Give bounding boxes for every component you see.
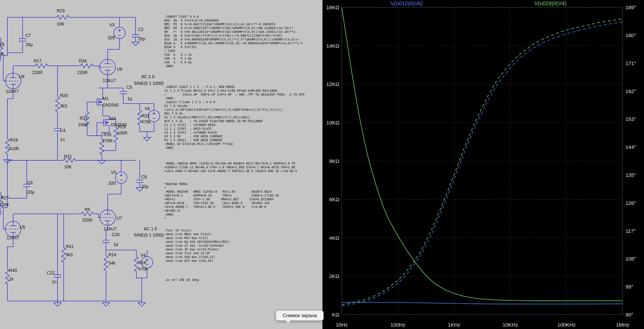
tube-U7-12AU7[interactable] (100, 210, 116, 225)
component-label: C4 (60, 128, 66, 133)
resistor-R13[interactable] (0, 38, 3, 61)
component-label: 470k (141, 120, 151, 124)
component-label: C6 (27, 180, 33, 185)
x-tick-label: 1KHz (448, 322, 460, 328)
component-label: R26 (104, 132, 111, 137)
tooltip-text: Снимок экрана (283, 313, 317, 318)
component-label: M4 (110, 116, 116, 121)
mosfet-M1-DN2540[interactable] (94, 95, 103, 109)
component-label: R27 (1, 196, 9, 200)
component-label: 20µ (27, 190, 34, 194)
component-label: AC 1 0 (141, 74, 154, 79)
netlist-block: *DN2540 MODEL * .MODEL DN2540 NMOS (LEVE… (164, 182, 279, 220)
y-right-tick-label: 189° (626, 5, 636, 10)
component-label: 220R (77, 70, 88, 75)
component-label: 320 (108, 35, 115, 40)
y-right-tick-label: 135° (626, 172, 636, 178)
component-label: M1 (103, 96, 109, 101)
netlist-block: .four 1k V(out) .meas tran MOut max V(ou… (164, 228, 230, 263)
y-right-tick-label: 117° (626, 228, 636, 234)
schematic-panel[interactable]: R2310KC720µR13150KU812AX7R17220RR34220RU… (0, 0, 322, 329)
x-tick-label: 100Hz (390, 322, 405, 328)
component-label: 220R (82, 218, 92, 222)
component-label: C22 (47, 271, 54, 275)
trace-magnitude-V(n012)/I(V6) (342, 302, 622, 304)
component-label: 1µ (113, 242, 118, 246)
component-label: 1k (9, 277, 14, 281)
capacitor-C5[interactable] (120, 88, 127, 97)
component-label: R21 (64, 154, 72, 159)
resistor-R23[interactable] (54, 15, 72, 19)
component-label: 1n (60, 137, 64, 142)
component-label: 100R (78, 122, 88, 127)
component-label: SINE(0 1 1000) (134, 81, 164, 86)
component-label: 20µ (141, 184, 149, 189)
y-right-tick-label: 144° (626, 144, 636, 150)
source-V3[interactable] (114, 27, 125, 39)
plot-axis-labels: 16KΩ14KΩ12KΩ10KΩ8KΩ6KΩ4KΩ2KΩKΩ189°180°17… (326, 5, 636, 328)
resistor-R5[interactable] (78, 212, 97, 216)
ground-symbol (143, 136, 151, 141)
netlist-block: .MODEL LND150 NMOS (LEVEL=3 RS=150.00 NS… (164, 162, 297, 173)
component-label: R23 (56, 9, 64, 13)
component-label: 1n (52, 279, 56, 284)
y-right-tick-label: 153° (626, 116, 636, 122)
x-tick-label: 10Hz (336, 322, 348, 328)
waveform-panel[interactable]: 16KΩ14KΩ12KΩ10KΩ8KΩ6KΩ4KΩ2KΩKΩ189°180°17… (322, 0, 644, 329)
netlist-block: .SUBCKT 12AX7 A G K BGG GG 0 V=V(G,K)+0.… (164, 15, 302, 68)
component-label: R40 (9, 268, 17, 273)
capacitor-C7[interactable] (19, 35, 26, 44)
y-left-tick-label: 14KΩ (326, 43, 339, 49)
component-label: 150K (0, 52, 4, 57)
resistor-R16[interactable] (134, 252, 138, 275)
ground-symbol (138, 301, 145, 306)
resistor-R14[interactable] (104, 252, 108, 275)
trace-label-green[interactable]: V(n029)/I(V4) (534, 1, 566, 7)
resistor-R20[interactable] (56, 93, 60, 116)
component-label: C2 (138, 27, 144, 32)
component-label: R31 (80, 116, 88, 121)
component-label: R22 (142, 114, 150, 118)
resistor-R22[interactable] (138, 106, 142, 129)
component-label: R16 (138, 260, 146, 265)
schematic-labels: R2310KC720µR13150KU812AX7R17220RR34220RU… (0, 9, 164, 284)
source-V5[interactable] (116, 172, 127, 183)
ground-symbol (98, 159, 106, 164)
component-label: 20µ (138, 37, 145, 41)
component-label: 3k3 (66, 252, 73, 257)
y-right-tick-label: 99° (626, 284, 633, 290)
capacitor-C26[interactable] (102, 237, 110, 246)
tube-U9-12AU7[interactable] (100, 59, 116, 75)
resistor-R17[interactable] (32, 64, 51, 68)
ground-symbol (54, 301, 61, 306)
tube-U5-12AX7[interactable] (5, 221, 21, 237)
tube-U8-12AX7[interactable] (5, 73, 21, 89)
component-label: R34 (79, 59, 87, 63)
resistor-R34[interactable] (77, 64, 96, 68)
mosfet-M4-DN2540[interactable] (100, 116, 109, 129)
ltspice-window: R2310KC720µR13150KU812AX7R17220RR34220RU… (0, 0, 644, 329)
y-right-tick-label: 180° (626, 33, 636, 38)
component-label: U9 (117, 67, 122, 72)
trace-magnitude-V(n029)/I(V4) (342, 8, 622, 301)
y-left-tick-label: 4KΩ (329, 235, 339, 241)
component-label: U7 (117, 216, 122, 220)
waveform-plot[interactable]: 16KΩ14KΩ12KΩ10KΩ8KΩ6KΩ4KΩ2KΩKΩ189°180°17… (322, 0, 644, 329)
component-label: C7 (26, 33, 31, 38)
trace-label-blue[interactable]: V(n012)/I(V6) (391, 1, 422, 7)
capacitor-C22[interactable] (54, 271, 61, 280)
y-right-tick-label: 162° (626, 88, 636, 94)
y-left-tick-label: 10KΩ (326, 120, 339, 126)
component-label: 12AX7 (6, 235, 20, 240)
component-label: V5 (111, 170, 116, 175)
component-label: R13 (0, 42, 4, 47)
component-label: 3k3 (60, 104, 67, 108)
resistor-R41[interactable] (62, 243, 66, 266)
y-left-tick-label: 12KΩ (326, 81, 339, 87)
component-label: 470k (138, 267, 148, 271)
component-label: 270R (102, 139, 112, 143)
resistor-R21[interactable] (60, 158, 79, 162)
component-label: 12AU7 (104, 226, 117, 231)
component-label: 10K (56, 22, 64, 27)
component-label: 12AX7 (6, 89, 19, 94)
